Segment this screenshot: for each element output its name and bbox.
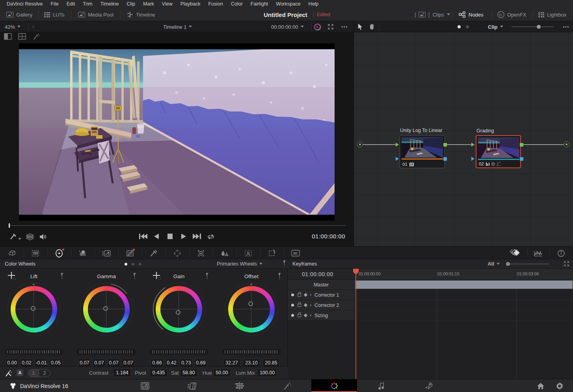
expand-chevron-icon[interactable]: › bbox=[310, 302, 311, 308]
keyframe-playhead[interactable] bbox=[355, 269, 356, 379]
node-options-menu[interactable]: ••• bbox=[563, 21, 569, 32]
gamma-master-wheel[interactable] bbox=[77, 349, 136, 355]
power-window-tool[interactable] bbox=[166, 247, 189, 260]
gain-reset-button[interactable] bbox=[207, 273, 207, 280]
page-dot-1[interactable] bbox=[458, 25, 461, 28]
pan-tool-icon[interactable] bbox=[369, 23, 375, 30]
page-edit[interactable] bbox=[217, 379, 262, 392]
settings-button[interactable] bbox=[556, 379, 564, 392]
menu-item-timeline[interactable]: Timeline bbox=[97, 1, 123, 7]
lift-reset-button[interactable] bbox=[61, 273, 62, 280]
keyframe-diamond-icon[interactable] bbox=[304, 303, 308, 307]
blur-tool[interactable] bbox=[213, 247, 236, 260]
lightbox-button[interactable]: Lightbox bbox=[538, 8, 566, 21]
nodes-button[interactable]: Nodes bbox=[459, 8, 484, 21]
keyframe-row-master[interactable]: Master bbox=[288, 280, 355, 290]
gamma-reset-button[interactable] bbox=[134, 273, 135, 280]
page-deliver[interactable] bbox=[406, 379, 452, 392]
gamma-r-value[interactable]: 0.07 bbox=[93, 359, 106, 367]
menu-item-playback[interactable]: Playback bbox=[177, 1, 204, 7]
scrubber-playhead[interactable] bbox=[9, 223, 10, 228]
viewer-scrubber[interactable] bbox=[0, 223, 353, 229]
expand-panel-icon[interactable] bbox=[564, 261, 569, 266]
menu-item-color[interactable]: Color bbox=[227, 1, 246, 7]
page-cut[interactable] bbox=[169, 379, 215, 392]
rgb-mixer-tool[interactable] bbox=[71, 247, 95, 260]
media-pool-button[interactable]: Media Pool bbox=[78, 8, 113, 21]
sizing-track[interactable] bbox=[355, 310, 573, 321]
page-1-tab[interactable]: 1 bbox=[28, 370, 39, 377]
page-fusion[interactable] bbox=[264, 379, 310, 392]
offset-r-value[interactable]: 32.27 bbox=[223, 359, 240, 367]
menu-item-trim[interactable]: Trim bbox=[79, 1, 96, 7]
color-picker-icon[interactable] bbox=[9, 233, 17, 242]
menu-item-view[interactable]: View bbox=[158, 1, 176, 7]
gain-r-value[interactable]: 0.42 bbox=[165, 359, 178, 367]
offset-g-value[interactable]: 23.10 bbox=[243, 359, 260, 367]
audio-icon[interactable] bbox=[39, 233, 47, 242]
expand-viewer-icon[interactable] bbox=[328, 21, 333, 32]
keyframe-row-corrector2[interactable]: › Corrector 2 bbox=[288, 300, 355, 310]
wheels-mode-dropdown[interactable]: Primaries Wheels bbox=[217, 261, 262, 267]
keyframe-ruler[interactable]: 01:00:00:00 01:00:01:15 01:00:03:06 bbox=[355, 269, 573, 280]
contrast-value[interactable]: 1.184 bbox=[113, 369, 131, 377]
viewer-options-menu[interactable]: ••• bbox=[341, 21, 348, 32]
rgb-output-port[interactable] bbox=[443, 143, 447, 147]
source-input-node[interactable] bbox=[357, 141, 363, 147]
go-to-end-button[interactable] bbox=[193, 233, 201, 241]
lock-icon[interactable] bbox=[298, 304, 301, 307]
lock-icon[interactable] bbox=[298, 294, 301, 297]
gamma-wheel-puck[interactable] bbox=[103, 306, 108, 311]
viewer-image[interactable] bbox=[19, 43, 335, 221]
node-01-unity-log-to-linear[interactable]: Unity Log To Linear bbox=[400, 135, 445, 168]
master-clip-bar[interactable] bbox=[355, 281, 573, 289]
key-input-port[interactable] bbox=[396, 157, 399, 161]
offset-wheel-puck[interactable] bbox=[248, 301, 253, 306]
master-track[interactable] bbox=[355, 280, 573, 290]
page-fairlight[interactable] bbox=[359, 379, 404, 392]
keyframe-zoom-slider[interactable] bbox=[506, 264, 549, 264]
key-input-port[interactable] bbox=[471, 157, 474, 161]
lift-wheel-puck[interactable] bbox=[31, 306, 35, 311]
lift-master-wheel[interactable] bbox=[5, 349, 63, 355]
image-wipe-icon[interactable] bbox=[4, 33, 12, 40]
scopes-toggle[interactable] bbox=[527, 247, 549, 260]
wheel-page-dots[interactable] bbox=[125, 263, 141, 266]
color-wheels-tool[interactable] bbox=[47, 247, 71, 260]
openfx-button[interactable]: fx OpenFX bbox=[497, 8, 526, 21]
offset-b-value[interactable]: 20.85 bbox=[262, 359, 280, 367]
grade-bypass-icon[interactable]: + bbox=[314, 21, 321, 32]
motion-effects-tool[interactable] bbox=[95, 247, 118, 260]
page-color[interactable] bbox=[311, 379, 357, 392]
magic-wand-icon[interactable] bbox=[32, 33, 40, 40]
lift-g-value[interactable]: -0.01 bbox=[35, 359, 48, 367]
node-02-grading[interactable]: Grading bbox=[476, 135, 521, 168]
luts-button[interactable]: LUTs bbox=[44, 8, 65, 21]
play-reverse-button[interactable] bbox=[154, 233, 159, 241]
auto-balance-wand-icon[interactable] bbox=[5, 370, 12, 377]
node-mode-dropdown[interactable]: Clip bbox=[488, 21, 503, 32]
loop-button[interactable] bbox=[207, 233, 215, 242]
keyframe-diamond-icon[interactable] bbox=[304, 314, 308, 318]
wheel-page-toggle[interactable]: 1 2 bbox=[28, 369, 50, 377]
stereo-3d-tool[interactable]: 3D bbox=[284, 247, 307, 260]
stop-button[interactable] bbox=[167, 233, 173, 241]
gamma-b-value[interactable]: 0.07 bbox=[122, 359, 135, 367]
rgb-input-port[interactable] bbox=[471, 143, 474, 147]
menu-item-clip[interactable]: Clip bbox=[123, 1, 139, 7]
hue-value[interactable]: 50.00 bbox=[213, 369, 231, 377]
gamma-g-value[interactable]: 0.07 bbox=[107, 359, 120, 367]
page-2-tab[interactable]: 2 bbox=[39, 370, 50, 377]
lift-r-value[interactable]: 0.02 bbox=[20, 359, 33, 367]
sat-value[interactable]: 58.80 bbox=[180, 369, 197, 377]
rgb-input-port[interactable] bbox=[396, 143, 399, 147]
lock-icon[interactable] bbox=[298, 314, 301, 317]
corrector1-track[interactable] bbox=[355, 290, 573, 300]
gain-y-value[interactable]: 0.66 bbox=[151, 359, 164, 367]
viewer-timecode[interactable]: 00:00:00:00 bbox=[271, 21, 304, 32]
menu-item-mark[interactable]: Mark bbox=[140, 1, 158, 7]
select-tool-icon[interactable] bbox=[358, 23, 363, 30]
expand-chevron-icon[interactable]: › bbox=[310, 292, 311, 297]
info-button[interactable] bbox=[550, 247, 572, 260]
picker-dropdown-caret[interactable] bbox=[18, 235, 21, 242]
